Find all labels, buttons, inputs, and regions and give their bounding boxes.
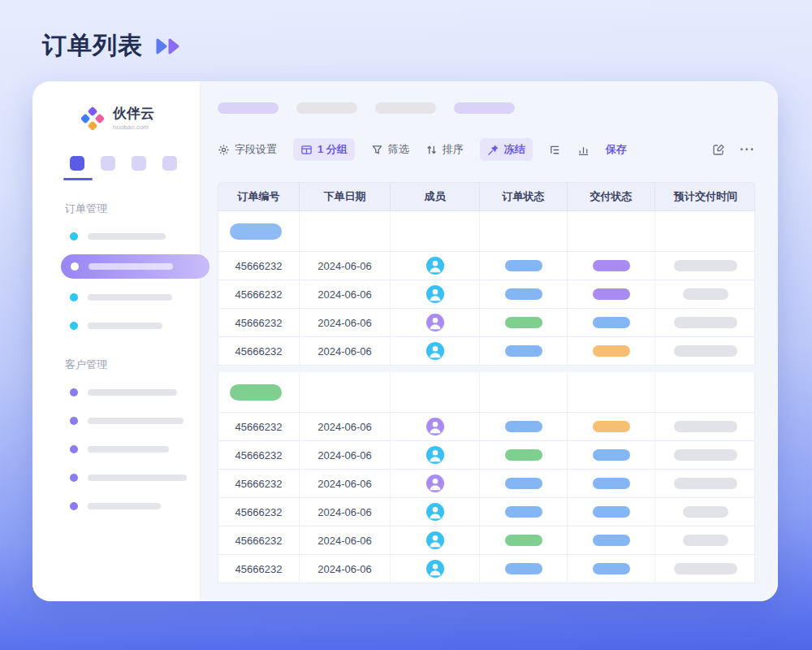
order-no-cell[interactable]: 45666232 (218, 555, 300, 583)
order-status-cell[interactable] (480, 413, 568, 440)
sidebar-item[interactable] (32, 467, 200, 488)
member-cell[interactable] (391, 470, 480, 497)
delivery-status-cell[interactable] (568, 526, 655, 554)
order-no-cell[interactable]: 45666232 (218, 252, 300, 280)
eta-cell[interactable] (655, 555, 756, 583)
order-no-cell[interactable]: 45666232 (218, 498, 300, 526)
order-date-cell[interactable]: 2024-06-06 (300, 413, 391, 440)
nav-tab[interactable] (162, 156, 177, 171)
member-cell[interactable] (391, 526, 480, 554)
nav-tab[interactable] (101, 156, 115, 171)
eta-cell[interactable] (655, 309, 756, 336)
sidebar-item[interactable] (32, 382, 200, 403)
order-status-cell[interactable] (480, 470, 568, 497)
sidebar-item-active[interactable] (61, 254, 209, 279)
eta-cell[interactable] (655, 498, 756, 526)
sidebar-item[interactable] (32, 496, 200, 517)
order-status-cell[interactable] (480, 337, 568, 365)
delivery-status-cell[interactable] (568, 555, 655, 583)
group-label-pill[interactable] (230, 223, 282, 240)
eta-cell[interactable] (655, 252, 756, 280)
freeze-button[interactable]: 冻结 (480, 138, 533, 161)
eta-cell[interactable] (655, 413, 756, 440)
order-no-cell[interactable]: 45666232 (218, 280, 300, 308)
delivery-status-cell[interactable] (568, 498, 655, 526)
order-status-cell[interactable] (480, 441, 568, 469)
order-date-cell[interactable]: 2024-06-06 (300, 441, 391, 469)
order-no-cell[interactable]: 45666232 (218, 309, 300, 336)
eta-cell[interactable] (655, 280, 756, 308)
share-button[interactable] (712, 143, 725, 156)
column-header[interactable]: 预计交付时间 (655, 183, 756, 210)
order-status-cell[interactable] (480, 309, 568, 336)
column-header[interactable]: 订单编号 (218, 183, 300, 210)
order-no-cell[interactable]: 45666232 (218, 470, 300, 497)
field-settings-button[interactable]: 字段设置 (218, 142, 277, 157)
order-date-cell[interactable]: 2024-06-06 (300, 337, 391, 365)
group-header-row[interactable] (218, 372, 755, 413)
group-header-row[interactable] (218, 211, 755, 252)
order-date-cell[interactable]: 2024-06-06 (300, 309, 391, 336)
order-status-cell[interactable] (480, 280, 568, 308)
order-no-cell[interactable]: 45666232 (218, 413, 300, 440)
sidebar-item[interactable] (32, 410, 200, 431)
table-row[interactable]: 456662322024-06-06 (218, 309, 755, 337)
order-date-cell[interactable]: 2024-06-06 (300, 470, 391, 497)
order-no-cell[interactable]: 45666232 (218, 441, 300, 469)
delivery-status-cell[interactable] (568, 413, 655, 440)
sidebar-item[interactable] (32, 287, 200, 308)
row-height-button[interactable] (549, 144, 561, 156)
sort-button[interactable]: 排序 (425, 142, 464, 157)
table-row[interactable]: 456662322024-06-06 (218, 498, 755, 526)
order-status-cell[interactable] (480, 252, 568, 280)
eta-cell[interactable] (655, 526, 756, 554)
order-date-cell[interactable]: 2024-06-06 (300, 498, 391, 526)
group-label-pill[interactable] (230, 384, 282, 401)
table-row[interactable]: 456662322024-06-06 (218, 337, 755, 366)
member-cell[interactable] (391, 441, 480, 469)
delivery-status-cell[interactable] (568, 309, 655, 336)
member-cell[interactable] (391, 555, 480, 583)
member-cell[interactable] (391, 337, 480, 365)
delivery-status-cell[interactable] (568, 337, 655, 365)
order-date-cell[interactable]: 2024-06-06 (300, 280, 391, 308)
table-row[interactable]: 456662322024-06-06 (218, 526, 755, 555)
member-cell[interactable] (391, 309, 480, 336)
table-row[interactable]: 456662322024-06-06 (218, 555, 755, 583)
group-button[interactable]: 1 分组 (293, 138, 355, 161)
column-header[interactable]: 交付状态 (568, 183, 655, 210)
table-row[interactable]: 456662322024-06-06 (218, 441, 755, 470)
table-row[interactable]: 456662322024-06-06 (218, 470, 755, 498)
column-header[interactable]: 订单状态 (480, 183, 568, 210)
nav-tab[interactable] (132, 156, 146, 171)
eta-cell[interactable] (655, 441, 756, 469)
order-date-cell[interactable]: 2024-06-06 (300, 526, 391, 554)
sidebar-item[interactable] (32, 226, 200, 247)
member-cell[interactable] (391, 252, 480, 280)
eta-cell[interactable] (655, 337, 756, 365)
table-row[interactable]: 456662322024-06-06 (218, 280, 755, 309)
table-row[interactable]: 456662322024-06-06 (218, 413, 755, 441)
member-cell[interactable] (391, 413, 480, 440)
delivery-status-cell[interactable] (568, 280, 655, 308)
member-cell[interactable] (391, 280, 480, 308)
order-no-cell[interactable]: 45666232 (218, 526, 300, 554)
sidebar-item[interactable] (32, 315, 200, 336)
save-button[interactable]: 保存 (606, 142, 627, 157)
member-cell[interactable] (391, 498, 480, 526)
sidebar-item[interactable] (32, 439, 200, 460)
order-date-cell[interactable]: 2024-06-06 (300, 555, 391, 583)
order-status-cell[interactable] (480, 498, 568, 526)
order-date-cell[interactable]: 2024-06-06 (300, 252, 391, 280)
nav-tab[interactable] (70, 156, 84, 171)
order-status-cell[interactable] (480, 526, 568, 554)
chart-view-button[interactable] (577, 144, 590, 156)
more-button[interactable]: ··· (740, 142, 755, 157)
eta-cell[interactable] (655, 470, 756, 497)
filter-button[interactable]: 筛选 (371, 142, 409, 157)
table-row[interactable]: 456662322024-06-06 (218, 252, 755, 280)
column-header[interactable]: 成员 (391, 183, 480, 210)
delivery-status-cell[interactable] (568, 441, 655, 469)
column-header[interactable]: 下单日期 (300, 183, 391, 210)
order-no-cell[interactable]: 45666232 (218, 337, 300, 365)
